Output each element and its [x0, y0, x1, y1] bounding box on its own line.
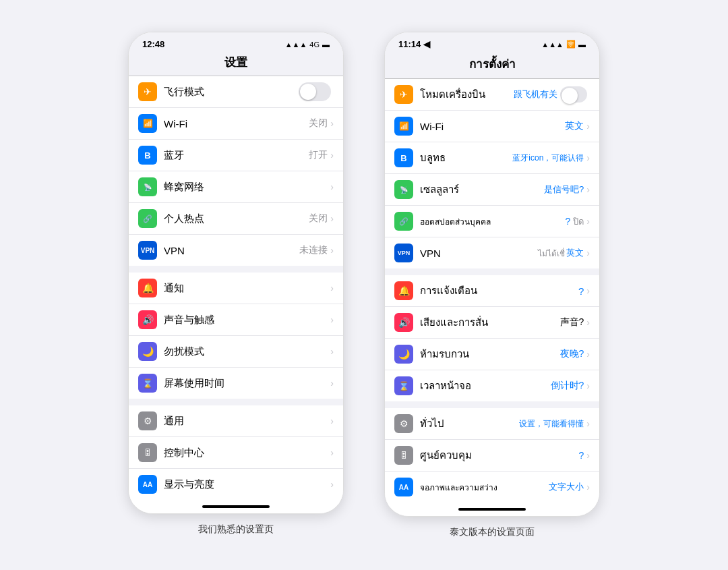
- left-time: 12:48: [142, 39, 164, 49]
- left-caption: 我们熟悉的设置页: [198, 523, 274, 536]
- right-section-2: 🔔 การแจ้งเตือน ? › 🔊 เสียงและการสั่น 声音?…: [385, 275, 599, 401]
- right-status-bar: 11:14 ◀ ▲▲▲ 🛜 ▬: [385, 32, 599, 52]
- right-bluetooth-label: บลูทธ: [420, 150, 512, 166]
- left-row-cellular[interactable]: 📡 蜂窝网络 ›: [129, 171, 343, 203]
- right-row-wifi[interactable]: 📶 Wi-Fi 英文 ›: [385, 111, 599, 142]
- left-signal-icon: ▲▲▲: [285, 40, 307, 49]
- right-nav-bar: การตั้งค่า: [385, 52, 599, 79]
- left-airplane-label: 飞行模式: [164, 86, 299, 98]
- left-control-icon: 🎛: [138, 443, 157, 462]
- left-row-dnd[interactable]: 🌙 勿扰模式 ›: [129, 336, 343, 368]
- right-wifi-chevron: ›: [586, 121, 590, 132]
- right-screentime-icon: ⌛: [394, 376, 413, 395]
- right-row-airplane[interactable]: ✈ โหมดเครื่องบิน 跟飞机有关: [385, 79, 599, 111]
- left-row-sound[interactable]: 🔊 声音与触感 ›: [129, 304, 343, 336]
- right-airplane-toggle[interactable]: [560, 86, 587, 103]
- left-row-vpn[interactable]: VPN VPN 未连接 ›: [129, 235, 343, 266]
- left-control-label: 控制中心: [164, 447, 330, 459]
- right-screentime-chevron: ›: [586, 380, 590, 391]
- right-row-hotspot[interactable]: 🔗 ฮอตสปอตส่วนบุคคล ? ปิด ›: [385, 206, 599, 237]
- right-wifi-value: 英文: [565, 120, 584, 132]
- right-general-icon: ⚙: [394, 414, 413, 433]
- right-title: การตั้งค่า: [469, 58, 516, 71]
- left-row-notification[interactable]: 🔔 通知 ›: [129, 273, 343, 304]
- right-row-display[interactable]: AA จอภาพและความสว่าง 文字大小 ›: [385, 472, 599, 503]
- right-hotspot-q: ?: [566, 216, 571, 227]
- right-caption: 泰文版本的设置页面: [450, 526, 535, 538]
- left-row-control[interactable]: 🎛 控制中心 ›: [129, 437, 343, 469]
- left-general-icon: ⚙: [138, 411, 157, 430]
- right-bluetooth-chevron: ›: [586, 152, 590, 163]
- right-row-screentime[interactable]: ⌛ เวลาหน้าจอ 倒计时? ›: [385, 370, 599, 401]
- left-network-icon: 4G: [309, 40, 320, 49]
- left-notification-icon: 🔔: [138, 279, 157, 297]
- right-display-value: 文字大小: [549, 481, 584, 493]
- right-cellular-chevron: ›: [586, 184, 590, 195]
- left-display-icon: AA: [138, 475, 157, 494]
- right-screentime-value: 倒计时?: [551, 380, 584, 392]
- right-notification-icon: 🔔: [394, 281, 413, 300]
- left-control-chevron: ›: [330, 447, 334, 458]
- right-wifi-label: Wi-Fi: [420, 121, 565, 132]
- right-dnd-label: ห้ามรบกวน: [420, 346, 560, 362]
- right-row-notification[interactable]: 🔔 การแจ้งเตือน ? ›: [385, 275, 599, 307]
- left-sound-icon: 🔊: [138, 310, 157, 329]
- right-dnd-value: 夜晚?: [560, 348, 584, 360]
- left-airplane-toggle[interactable]: [299, 82, 331, 101]
- right-row-bluetooth[interactable]: B บลูทธ 蓝牙icon，可能认得 ›: [385, 142, 599, 174]
- right-sound-value: 声音?: [560, 316, 584, 329]
- right-hotspot-icon: 🔗: [394, 212, 413, 231]
- right-airplane-value: 跟飞机有关: [514, 88, 557, 101]
- left-row-hotspot[interactable]: 🔗 个人热点 关闭 ›: [129, 203, 343, 235]
- left-row-airplane[interactable]: ✈ 飞行模式: [129, 76, 343, 108]
- right-row-vpn[interactable]: VPN VPN ไม่ได้เชื่ 英文 ›: [385, 237, 599, 268]
- left-general-chevron: ›: [330, 416, 334, 426]
- right-hotspot-chevron: ›: [586, 216, 590, 227]
- right-sound-label: เสียงและการสั่น: [420, 314, 560, 331]
- left-row-general[interactable]: ⚙ 通用 ›: [129, 405, 343, 437]
- left-screentime-icon: ⌛: [138, 374, 157, 393]
- left-vpn-value: 未连接: [299, 244, 328, 256]
- left-section-1: ✈ 飞行模式 📶 Wi-Fi 关闭 ›: [129, 76, 343, 266]
- right-cellular-icon: 📡: [394, 180, 413, 199]
- left-vpn-icon: VPN: [138, 241, 157, 260]
- right-row-dnd[interactable]: 🌙 ห้ามรบกวน 夜晚? ›: [385, 339, 599, 370]
- left-section-3: ⚙ 通用 › 🎛 控制中心 › AA: [129, 405, 343, 500]
- left-notification-chevron: ›: [330, 283, 334, 293]
- right-row-sound[interactable]: 🔊 เสียงและการสั่น 声音? ›: [385, 307, 599, 339]
- left-wifi-label: Wi-Fi: [164, 118, 309, 130]
- right-row-control[interactable]: 🎛 ศูนย์ควบคุม ? ›: [385, 440, 599, 472]
- left-status-icons: ▲▲▲ 4G ▬: [285, 40, 330, 49]
- right-sound-chevron: ›: [586, 317, 590, 328]
- left-cellular-chevron: ›: [330, 181, 334, 192]
- left-row-display[interactable]: AA 显示与亮度 ›: [129, 469, 343, 500]
- right-row-general[interactable]: ⚙ ทั่วไป 设置，可能看得懂 ›: [385, 408, 599, 440]
- left-row-wifi[interactable]: 📶 Wi-Fi 关闭 ›: [129, 108, 343, 140]
- right-bluetooth-icon: B: [394, 148, 413, 167]
- right-cellular-value: 是信号吧?: [544, 183, 584, 196]
- right-phone-wrapper: 11:14 ◀ ▲▲▲ 🛜 ▬ การตั้งค่า ✈: [384, 32, 600, 538]
- left-hotspot-chevron: ›: [330, 213, 334, 224]
- right-general-chevron: ›: [586, 418, 590, 429]
- left-hotspot-label: 个人热点: [164, 212, 309, 225]
- left-title: 设置: [224, 56, 247, 69]
- right-vpn-thai: ไม่ได้เชื่: [538, 247, 565, 260]
- right-section-1: ✈ โหมดเครื่องบิน 跟飞机有关 📶 Wi-Fi 英文 ›: [385, 79, 599, 268]
- left-cellular-icon: 📡: [138, 177, 157, 196]
- left-bluetooth-icon: B: [138, 146, 157, 165]
- right-row-cellular[interactable]: 📡 เซลลูลาร์ 是信号吧? ›: [385, 174, 599, 206]
- right-vpn-chevron: ›: [586, 248, 590, 258]
- left-cellular-label: 蜂窝网络: [164, 181, 330, 194]
- right-hotspot-value: ปิด: [573, 215, 584, 229]
- right-control-label: ศูนย์ควบคุม: [420, 447, 579, 463]
- left-display-label: 显示与亮度: [164, 478, 330, 491]
- left-row-bluetooth[interactable]: B 蓝牙 打开 ›: [129, 140, 343, 171]
- right-section-3: ⚙ ทั่วไป 设置，可能看得懂 › 🎛 ศูนย์ควบคุม ? ›: [385, 408, 599, 503]
- right-control-icon: 🎛: [394, 446, 413, 465]
- left-vpn-chevron: ›: [330, 245, 334, 256]
- left-dnd-icon: 🌙: [138, 342, 157, 361]
- right-status-icons: ▲▲▲ 🛜 ▬: [541, 40, 586, 49]
- right-notification-label: การแจ้งเตือน: [420, 283, 578, 299]
- left-nav-bar: 设置: [129, 52, 343, 76]
- left-row-screentime[interactable]: ⌛ 屏幕使用时间 ›: [129, 368, 343, 399]
